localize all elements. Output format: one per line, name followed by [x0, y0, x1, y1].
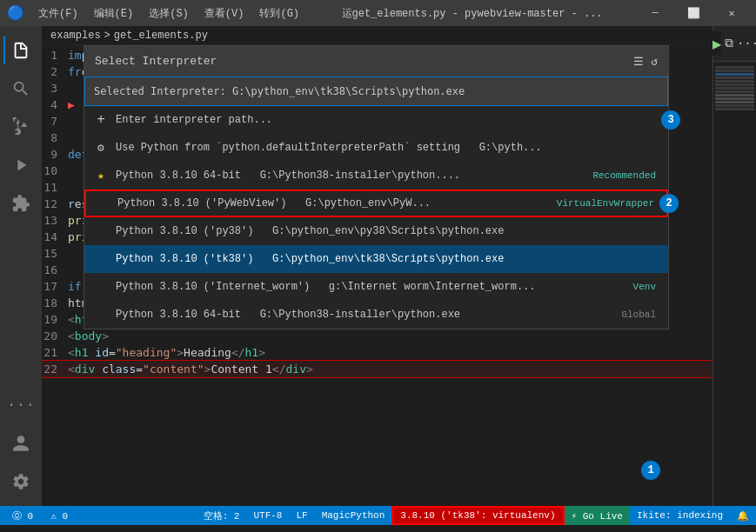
interpreter-item-text: Python 3.8.10 ('PyWebView') G:\python_en…: [117, 197, 543, 209]
line-number: 12: [42, 196, 68, 212]
line-number: 1: [42, 47, 68, 63]
panel-top-controls: ▶ ⧉ ···: [713, 26, 756, 62]
interpreter-item-0[interactable]: ⚙ Use Python from `python.defaultInterpr…: [84, 134, 668, 162]
code-line: <h1 id="heading">Heading</h1>: [68, 344, 265, 361]
line-number: 16: [42, 262, 68, 278]
enter-interpreter-path[interactable]: + Enter interpreter path... 3: [84, 106, 668, 134]
status-bell[interactable]: 🔔: [730, 506, 756, 525]
menu-file[interactable]: 文件(F): [31, 4, 85, 23]
interpreter-search-input[interactable]: [85, 77, 667, 105]
line-number: 10: [42, 163, 68, 179]
interpreter-item-text: Use Python from `python.defaultInterpret…: [116, 142, 659, 154]
ellipsis-icon: ···: [7, 396, 35, 414]
line-number: 8: [42, 130, 68, 146]
line-number: 4: [42, 96, 68, 113]
activity-explorer[interactable]: [3, 33, 38, 68]
interpreter-overlay: Select Interpreter ☰ ↺ + Enter interpret…: [84, 45, 669, 329]
plus-icon: +: [93, 112, 109, 128]
status-python-version[interactable]: 3.8.10 ('tk38': virtualenv): [391, 506, 564, 525]
status-left: ⓪ 0 ⚠ 0: [0, 506, 80, 525]
extensions-icon: [11, 194, 30, 213]
interpreter-search-box: [84, 76, 668, 106]
status-spaces[interactable]: 空格: 2: [197, 506, 247, 525]
title-bar: 🔵 文件(F) 编辑(E) 选择(S) 查看(V) 转到(G) 运get_ele…: [0, 0, 756, 26]
split-editor-icon[interactable]: ⧉: [725, 37, 733, 50]
status-indexing[interactable]: Ikite: indexing: [630, 506, 730, 525]
activity-ellipsis[interactable]: ···: [3, 388, 38, 422]
interpreter-item-1[interactable]: ★ Python 3.8.10 64-bit G:\Python38-insta…: [84, 162, 668, 190]
settings-icon: [11, 472, 30, 491]
settings-icon-item: ⚙: [93, 141, 109, 155]
annotation-2: 2: [659, 194, 679, 213]
star-icon: ★: [93, 169, 109, 183]
minimize-button[interactable]: —: [638, 4, 672, 22]
line-number: 3: [42, 80, 68, 96]
close-button[interactable]: ✕: [714, 4, 749, 22]
menu-view[interactable]: 查看(V): [197, 4, 251, 23]
refresh-icon[interactable]: ↺: [651, 55, 658, 69]
activity-account[interactable]: [3, 426, 38, 461]
line-number: 7: [42, 113, 68, 130]
breadcrumb: examples > get_elements.py: [42, 26, 713, 45]
interpreter-item-text: Python 3.8.10 64-bit G:\Python38-install…: [116, 170, 579, 182]
breadcrumb-file: get_elements.py: [114, 30, 208, 42]
line-number: 9: [42, 146, 68, 163]
status-go-live[interactable]: ⚡ Go Live: [565, 506, 630, 525]
virtualenvwrapper-badge: VirtualEnvWrapper: [553, 197, 658, 209]
line-number: 2: [42, 63, 68, 80]
activity-bar: ···: [0, 26, 42, 506]
status-bar: ⓪ 0 ⚠ 0 空格: 2 UTF-8 LF MagicPython 3.8.1…: [0, 506, 756, 525]
line-number: 18: [42, 295, 68, 311]
menu-icon[interactable]: ☰: [633, 55, 644, 69]
run-debug-icon: [11, 156, 30, 175]
menu-bar: 文件(F) 编辑(E) 选择(S) 查看(V) 转到(G): [31, 4, 306, 23]
line-number: 21: [42, 344, 68, 361]
annotation-3: 3: [661, 110, 680, 130]
interpreter-item-text: Python 3.8.10 64-bit G:\Python38-install…: [116, 309, 607, 321]
interpreter-item-text: Python 3.8.10 ('py38') G:\python_env\py3…: [116, 225, 659, 237]
activity-bar-bottom: [3, 426, 38, 506]
menu-select[interactable]: 选择(S): [142, 4, 196, 23]
main-layout: ··· examples > get_elements.py: [0, 26, 756, 506]
vscode-icon: 🔵: [7, 4, 24, 22]
interpreter-item-4[interactable]: Python 3.8.10 ('tk38') G:\python_env\tk3…: [84, 245, 668, 273]
interpreter-item-6[interactable]: Python 3.8.10 64-bit G:\Python38-install…: [84, 301, 668, 329]
status-line-ending[interactable]: LF: [289, 506, 314, 525]
line-number: 11: [42, 179, 68, 196]
status-warnings[interactable]: ⚠ 0: [43, 506, 75, 525]
minimap-content: [713, 62, 756, 506]
status-language[interactable]: MagicPython: [315, 506, 392, 525]
more-actions-icon[interactable]: ···: [737, 37, 756, 50]
activity-settings[interactable]: [3, 464, 38, 499]
breadcrumb-sep: >: [104, 30, 110, 42]
status-encoding[interactable]: UTF-8: [246, 506, 289, 525]
window-controls: — ⬜ ✕: [638, 4, 749, 22]
account-icon: [11, 434, 30, 453]
menu-goto[interactable]: 转到(G): [252, 4, 306, 23]
interpreter-list: ⚙ Use Python from `python.defaultInterpr…: [84, 134, 668, 329]
line-number: 17: [42, 278, 68, 295]
annotation-1: 1: [641, 461, 660, 480]
line-number: 14: [42, 229, 68, 245]
files-icon: [11, 41, 30, 60]
code-row-22: 22 <div class="content">Content 1</div>: [42, 361, 713, 377]
source-control-icon: [11, 117, 30, 136]
menu-edit[interactable]: 编辑(E): [87, 4, 141, 23]
maximize-button[interactable]: ⬜: [676, 4, 711, 22]
enter-path-label: Enter interpreter path...: [116, 114, 272, 126]
activity-source-control[interactable]: [3, 110, 38, 144]
activity-run[interactable]: [3, 148, 38, 183]
interpreter-title: Select Interpreter: [95, 55, 217, 68]
status-errors[interactable]: ⓪ 0: [5, 506, 40, 525]
interpreter-item-2[interactable]: Python 3.8.10 ('PyWebView') G:\python_en…: [84, 190, 668, 217]
interpreter-item-3[interactable]: Python 3.8.10 ('py38') G:\python_env\py3…: [84, 217, 668, 245]
search-icon: [11, 79, 30, 98]
right-panel: ▶ ⧉ ···: [713, 26, 756, 506]
activity-search[interactable]: [3, 71, 38, 106]
activity-extensions[interactable]: [3, 186, 38, 221]
breadcrumb-examples: examples: [50, 30, 101, 42]
line-number: 22: [42, 361, 68, 377]
recommended-badge: Recommended: [589, 170, 659, 182]
interpreter-item-5[interactable]: Python 3.8.10 ('Internet_worm') g:\Inter…: [84, 273, 668, 301]
global-badge: Global: [618, 309, 659, 321]
